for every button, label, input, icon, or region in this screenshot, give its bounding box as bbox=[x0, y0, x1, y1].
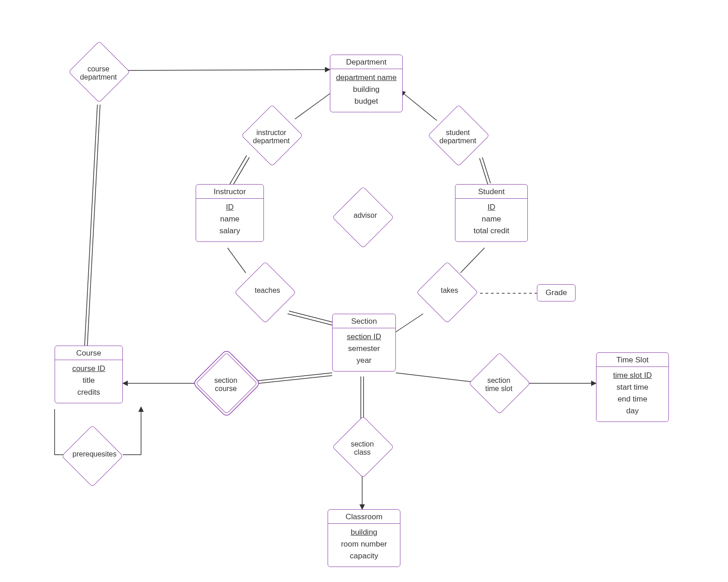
attr: section ID bbox=[337, 331, 391, 343]
rel-teaches: teaches bbox=[234, 261, 296, 323]
rel-label: advisor bbox=[338, 211, 393, 220]
svg-line-8 bbox=[482, 157, 490, 183]
attr: title bbox=[60, 375, 118, 386]
rel-section-course: sectioncourse bbox=[196, 352, 258, 414]
entity-department: Department department name building budg… bbox=[330, 55, 403, 112]
rel-advisor: advisor bbox=[332, 186, 394, 248]
attr: department name bbox=[335, 72, 398, 84]
rel-label: sectionclass bbox=[335, 440, 389, 457]
svg-line-0 bbox=[118, 70, 330, 70]
entity-instructor: Instructor ID name salary bbox=[196, 184, 264, 242]
svg-line-16 bbox=[255, 376, 332, 384]
entity-student: Student ID name total credit bbox=[455, 184, 528, 242]
attr: day bbox=[601, 405, 664, 417]
rel-course-department: coursedepartment bbox=[68, 41, 130, 103]
entity-section: Section section ID semester year bbox=[332, 314, 396, 371]
entity-title: Section bbox=[333, 314, 395, 328]
attr: course ID bbox=[60, 363, 118, 375]
rel-label: instructordepartment bbox=[244, 129, 298, 146]
rel-section-class: sectionclass bbox=[332, 416, 394, 478]
svg-line-4 bbox=[230, 156, 247, 184]
attr: ID bbox=[201, 201, 259, 213]
svg-line-1 bbox=[85, 105, 97, 346]
rel-student-department: studentdepartment bbox=[428, 105, 490, 166]
rel-instructor-department: instructordepartment bbox=[241, 105, 303, 166]
attr: budget bbox=[335, 95, 398, 107]
attr: room number bbox=[333, 538, 395, 550]
attr: building bbox=[333, 527, 395, 538]
entity-classroom: Classroom building room number capacity bbox=[328, 509, 400, 567]
svg-line-11 bbox=[289, 311, 334, 322]
rel-section-timeslot: sectiontime slot bbox=[469, 352, 531, 414]
svg-line-12 bbox=[460, 248, 485, 273]
rel-label: prerequesites bbox=[67, 450, 122, 458]
entity-title: Time Slot bbox=[597, 353, 668, 367]
attr: year bbox=[337, 355, 391, 366]
rel-label: coursedepartment bbox=[71, 65, 126, 82]
attr: start time bbox=[601, 381, 664, 393]
rel-label: studentdepartment bbox=[430, 129, 485, 146]
entity-title: Student bbox=[455, 185, 527, 199]
svg-line-9 bbox=[228, 248, 246, 273]
entity-title: Instructor bbox=[196, 185, 263, 199]
entity-course: Course course ID title credits bbox=[55, 346, 123, 403]
attr: semester bbox=[337, 343, 391, 355]
attr: name bbox=[460, 213, 523, 225]
assoc-grade: Grade bbox=[537, 284, 576, 301]
rel-label: sectiontime slot bbox=[471, 376, 526, 393]
svg-line-15 bbox=[255, 373, 332, 381]
attr: name bbox=[201, 213, 259, 225]
attr: salary bbox=[201, 225, 259, 237]
entity-title: Classroom bbox=[328, 510, 400, 524]
svg-line-5 bbox=[233, 157, 249, 186]
rel-label: teaches bbox=[240, 286, 295, 295]
svg-line-21 bbox=[396, 373, 473, 382]
svg-line-6 bbox=[400, 91, 437, 120]
rel-label: sectioncourse bbox=[198, 376, 253, 393]
svg-line-7 bbox=[480, 158, 488, 184]
attr: building bbox=[335, 84, 398, 95]
attr: end time bbox=[601, 393, 664, 405]
svg-line-13 bbox=[396, 314, 423, 332]
attr: credits bbox=[60, 386, 118, 398]
attr: total credit bbox=[460, 225, 523, 237]
attr: capacity bbox=[333, 550, 395, 562]
rel-takes: takes bbox=[416, 261, 478, 323]
svg-line-10 bbox=[288, 314, 332, 325]
attr: time slot ID bbox=[601, 370, 664, 381]
entity-title: Course bbox=[55, 346, 122, 360]
svg-line-2 bbox=[87, 105, 100, 346]
entity-title: Department bbox=[330, 55, 402, 69]
rel-prerequisites: prerequesites bbox=[61, 425, 123, 487]
assoc-label: Grade bbox=[546, 288, 567, 297]
rel-label: takes bbox=[422, 286, 477, 295]
attr: ID bbox=[460, 201, 523, 213]
entity-timeslot: Time Slot time slot ID start time end ti… bbox=[596, 352, 669, 422]
